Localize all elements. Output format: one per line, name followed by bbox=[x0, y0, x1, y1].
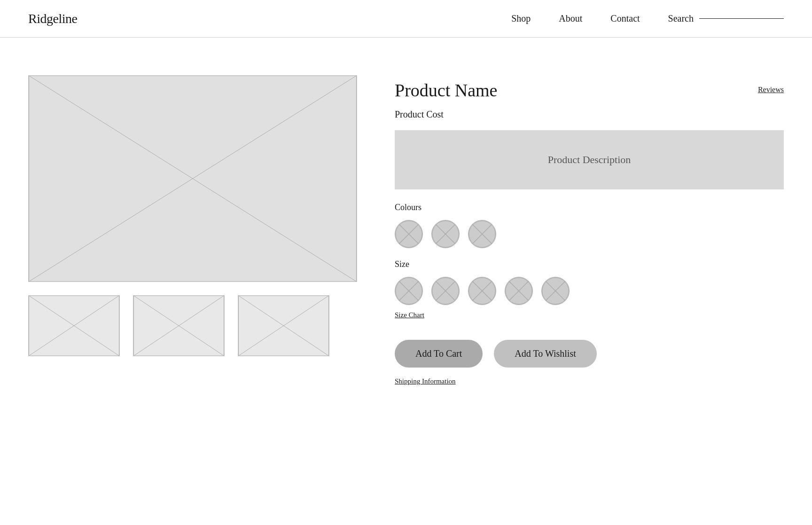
size-option-3[interactable] bbox=[468, 277, 496, 305]
colour-option-3[interactable] bbox=[468, 220, 496, 248]
size-options bbox=[395, 277, 784, 305]
colour-option-2[interactable] bbox=[431, 220, 460, 248]
size-section: Size bbox=[395, 259, 784, 334]
product-header: Product Name Reviews bbox=[395, 80, 784, 101]
size-option-5[interactable] bbox=[541, 277, 570, 305]
size-option-4[interactable] bbox=[505, 277, 533, 305]
main-content: Product Name Reviews Product Cost Produc… bbox=[0, 38, 812, 414]
colours-section: Colours bbox=[395, 203, 784, 248]
nav-shop[interactable]: Shop bbox=[511, 13, 531, 24]
shipping-information-link[interactable]: Shipping Information bbox=[395, 377, 456, 385]
add-to-cart-button[interactable]: Add To Cart bbox=[395, 340, 483, 368]
main-product-image[interactable] bbox=[28, 75, 357, 282]
main-nav: Shop About Contact Search bbox=[511, 13, 784, 24]
search-input-line[interactable] bbox=[699, 18, 784, 19]
size-option-2[interactable] bbox=[431, 277, 460, 305]
product-name: Product Name bbox=[395, 80, 497, 101]
thumbnail-3[interactable] bbox=[238, 295, 329, 356]
size-option-1[interactable] bbox=[395, 277, 423, 305]
product-info: Product Name Reviews Product Cost Produc… bbox=[395, 75, 784, 385]
action-buttons: Add To Cart Add To Wishlist bbox=[395, 340, 784, 368]
search-label[interactable]: Search bbox=[668, 13, 694, 24]
thumbnail-1[interactable] bbox=[28, 295, 120, 356]
add-to-wishlist-button[interactable]: Add To Wishlist bbox=[494, 340, 596, 368]
reviews-link[interactable]: Reviews bbox=[758, 86, 784, 94]
nav-contact[interactable]: Contact bbox=[610, 13, 640, 24]
colour-option-1[interactable] bbox=[395, 220, 423, 248]
product-description-box: Product Description bbox=[395, 130, 784, 189]
size-chart-link[interactable]: Size Chart bbox=[395, 311, 424, 319]
image-gallery bbox=[28, 75, 357, 385]
site-logo: Ridgeline bbox=[28, 11, 77, 26]
nav-about[interactable]: About bbox=[559, 13, 582, 24]
size-label: Size bbox=[395, 259, 784, 269]
site-header: Ridgeline Shop About Contact Search bbox=[0, 0, 812, 38]
colour-options bbox=[395, 220, 784, 248]
thumbnail-row bbox=[28, 295, 357, 356]
search-area: Search bbox=[668, 13, 784, 24]
product-description-text: Product Description bbox=[548, 154, 631, 165]
colours-label: Colours bbox=[395, 203, 784, 212]
product-cost: Product Cost bbox=[395, 109, 784, 120]
thumbnail-2[interactable] bbox=[133, 295, 225, 356]
